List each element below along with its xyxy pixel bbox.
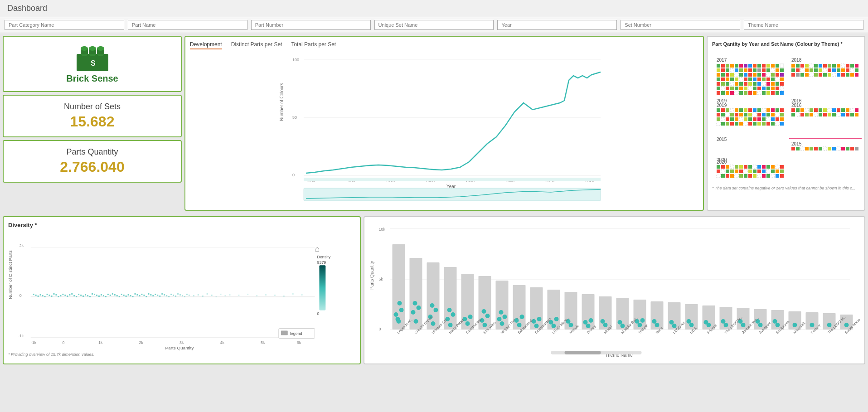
line-chart-card: Development Distinct Parts per Set Total… (184, 36, 704, 211)
svg-rect-408 (148, 293, 149, 295)
svg-rect-325 (780, 170, 784, 173)
filter-part-name[interactable] (128, 20, 247, 30)
svg-text:Parts Quantity: Parts Quantity (369, 261, 374, 290)
svg-rect-428 (198, 294, 199, 296)
svg-rect-399 (128, 294, 129, 296)
svg-text:2k: 2k (19, 243, 24, 248)
svg-rect-134 (753, 91, 756, 95)
svg-rect-239 (748, 122, 752, 126)
svg-rect-178 (823, 73, 827, 77)
svg-rect-438 (256, 295, 257, 296)
svg-rect-443 (301, 294, 303, 296)
sets-stat-card: Number of Sets 15.682 (3, 95, 182, 137)
svg-rect-290 (837, 147, 840, 150)
svg-rect-167 (841, 68, 845, 72)
svg-rect-69 (730, 73, 734, 77)
svg-text:2020: 2020 (717, 160, 727, 165)
svg-rect-288 (828, 147, 831, 150)
svg-rect-267 (810, 113, 813, 116)
svg-point-497 (520, 315, 524, 319)
svg-text:6k: 6k (297, 340, 301, 345)
left-column: S Brick Sense Number of Sets 15.682 Part… (3, 36, 182, 211)
svg-rect-433 (220, 294, 222, 295)
svg-rect-218 (721, 117, 725, 121)
svg-rect-297 (721, 165, 725, 169)
filter-unique-set-name[interactable] (374, 20, 494, 30)
svg-point-514 (603, 323, 608, 327)
svg-rect-150 (832, 64, 836, 68)
svg-rect-145 (810, 64, 813, 68)
svg-rect-131 (739, 91, 743, 95)
svg-rect-85 (735, 78, 738, 81)
svg-rect-266 (805, 113, 809, 116)
svg-rect-112 (721, 87, 725, 90)
svg-rect-337 (766, 174, 770, 178)
svg-rect-75 (757, 73, 761, 77)
svg-rect-304 (753, 165, 756, 169)
svg-rect-382 (89, 296, 91, 297)
filter-set-number[interactable] (621, 20, 740, 30)
svg-point-531 (687, 319, 691, 324)
svg-rect-140 (780, 91, 784, 95)
svg-rect-199 (771, 108, 775, 112)
svg-point-478 (451, 312, 456, 317)
parts-label: Parts Quantity (11, 147, 174, 157)
svg-rect-59 (753, 68, 756, 72)
filter-year[interactable] (497, 20, 617, 30)
svg-rect-307 (766, 165, 770, 169)
svg-rect-202 (717, 113, 720, 116)
svg-rect-311 (717, 170, 720, 173)
bottom-row: Diversity * 2k 0 -1k Number of Distinct … (0, 216, 868, 367)
svg-rect-447 (319, 265, 325, 310)
svg-rect-210 (753, 113, 756, 116)
svg-text:0: 0 (62, 340, 64, 345)
svg-rect-194 (748, 108, 752, 112)
svg-rect-253 (814, 108, 818, 112)
svg-point-464 (398, 301, 402, 305)
tab-development[interactable]: Development (190, 41, 222, 49)
svg-rect-425 (186, 294, 188, 295)
svg-rect-424 (184, 296, 185, 297)
filter-theme-name[interactable] (744, 20, 863, 30)
svg-rect-412 (157, 295, 158, 296)
svg-rect-275 (846, 113, 849, 116)
svg-rect-299 (730, 165, 734, 169)
svg-rect-420 (175, 296, 176, 297)
svg-rect-285 (814, 147, 818, 150)
svg-point-488 (482, 309, 486, 314)
svg-rect-82 (721, 78, 725, 81)
svg-text:2015: 2015 (791, 141, 802, 146)
svg-rect-413 (159, 296, 160, 297)
svg-rect-170 (855, 68, 858, 72)
svg-rect-584 (565, 351, 601, 354)
svg-point-518 (618, 320, 622, 325)
svg-text:legend: legend (290, 331, 302, 336)
svg-rect-119 (753, 87, 756, 90)
svg-rect-222 (739, 117, 743, 121)
svg-text:0: 0 (19, 293, 22, 298)
svg-rect-423 (182, 295, 183, 296)
svg-rect-67 (721, 73, 725, 77)
svg-rect-390 (107, 294, 109, 295)
svg-text:Density: Density (317, 255, 330, 259)
tab-total-parts[interactable]: Total Parts per Set (291, 41, 336, 49)
svg-rect-200 (776, 108, 779, 112)
svg-rect-436 (238, 295, 239, 296)
svg-rect-77 (766, 73, 770, 77)
svg-rect-47 (766, 64, 770, 68)
svg-rect-379 (82, 296, 84, 297)
filter-part-category[interactable] (5, 20, 124, 30)
svg-rect-322 (766, 170, 770, 173)
svg-rect-268 (814, 113, 818, 116)
svg-rect-174 (805, 73, 809, 77)
svg-rect-289 (832, 147, 836, 150)
svg-rect-391 (110, 295, 111, 296)
svg-text:2017: 2017 (717, 58, 727, 63)
tab-distinct-parts[interactable]: Distinct Parts per Set (231, 41, 282, 49)
svg-rect-251 (805, 108, 809, 112)
filter-part-number[interactable] (251, 20, 371, 30)
svg-rect-219 (726, 117, 729, 121)
svg-rect-128 (726, 91, 729, 95)
svg-text:-1k: -1k (18, 334, 24, 338)
svg-rect-156 (791, 68, 795, 72)
